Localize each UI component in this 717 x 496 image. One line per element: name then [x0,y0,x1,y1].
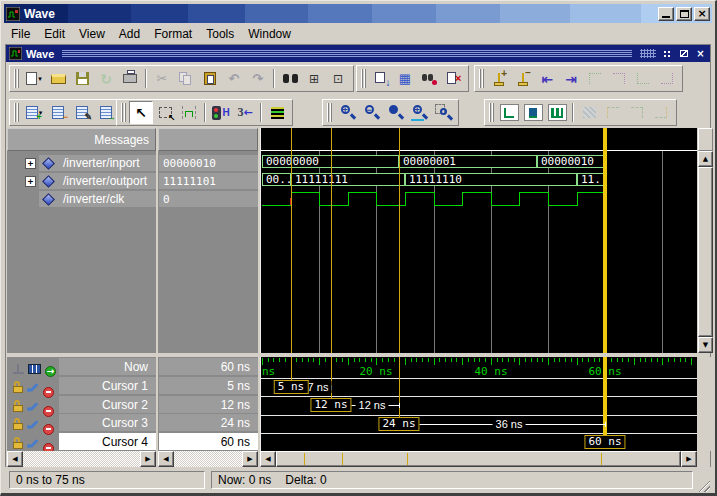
cursor-value-row[interactable]: 60 ns [158,432,258,451]
resize-grip[interactable] [697,479,710,492]
toolbar-gripper[interactable] [121,103,126,122]
cursor-row[interactable]: Cursor 4 [7,432,156,451]
prev-transition-button[interactable]: ⇤ [535,67,559,90]
delete-wave-button[interactable]: − [46,101,70,124]
pane-titlebar[interactable]: Wave × [6,45,710,62]
zoom-full-button[interactable] [383,101,407,124]
cursor-label[interactable]: Cursor 1 [102,379,148,393]
toolbar-gripper[interactable] [327,103,332,122]
pane-drag-lines[interactable] [62,50,632,57]
cursor-row[interactable]: Cursor 3 [7,413,156,432]
save-button[interactable] [70,67,94,90]
signal-value-row[interactable]: 11111101 [158,172,258,190]
signal-name[interactable]: /inverter/clk [63,192,124,206]
wave-hscrollbar[interactable]: ◀ ▶ [260,451,697,467]
toolbar-gripper[interactable] [361,69,366,88]
zoom-out-button[interactable]: − [359,101,383,124]
find-button[interactable] [278,67,302,90]
delete-item-button[interactable]: × [441,67,465,90]
print-button[interactable] [118,67,142,90]
signal-row[interactable]: /inverter/clk [7,190,156,208]
messages-column-header[interactable]: Messages [7,128,156,151]
expanded-time-delta-button[interactable] [521,101,545,124]
scroll-up-icon[interactable]: ▲ [698,151,713,167]
toolbar-gripper[interactable] [479,69,484,88]
timeline-cursor-line[interactable] [291,357,292,380]
scroll-left-icon[interactable]: ◀ [260,451,276,467]
minimize-button[interactable] [658,7,674,21]
zoom-in-button[interactable]: + [335,101,359,124]
pane-close-icon[interactable]: × [694,48,707,60]
stop-draw-button[interactable]: H [209,101,233,124]
window-titlebar[interactable]: Wave × [4,4,712,23]
pane-undock-icon[interactable] [677,48,690,60]
timeline-canvas[interactable]: 0 ns20 ns40 ns60 ns7 ns12 ns36 ns5 ns12 … [260,357,697,451]
memory-grid-button[interactable]: ▦ [393,67,417,90]
vertical-scroll-thumb[interactable] [698,167,713,337]
scroll-right-icon[interactable]: ▶ [242,451,258,467]
wave-vertical-scrollbar[interactable]: ▲ ▼ [698,151,713,353]
hierarchy-button[interactable]: ⊡ [326,67,350,90]
toolbar-gripper[interactable] [14,69,19,88]
zoom-range-button[interactable]: + [407,101,431,124]
expand-icon[interactable]: + [25,158,36,169]
edit-wave-button[interactable]: ✎ [70,101,94,124]
pane-drag-dots[interactable] [640,49,656,58]
pane-dock-icon[interactable] [660,48,673,60]
menu-format[interactable]: Format [147,25,199,43]
find-signal-button[interactable] [417,67,441,90]
cursor-time-box[interactable]: 5 ns [274,380,309,394]
menu-view[interactable]: View [72,25,112,43]
select-mode-button[interactable]: ↖ [129,101,153,124]
expand-tree-button[interactable]: ⊞ [302,67,326,90]
cursor-time-box[interactable]: 24 ns [378,417,419,431]
close-button[interactable]: × [694,7,710,21]
maximize-button[interactable] [676,7,692,21]
expanded-time-event-button[interactable] [545,101,569,124]
zoom-cursor-button[interactable] [431,101,455,124]
cursor-value-row[interactable]: 60 ns [158,357,258,376]
show-drivers-button[interactable]: 3← [233,101,257,124]
cursor-value-row[interactable]: 12 ns [158,395,258,414]
menu-file[interactable]: File [4,25,37,43]
menu-edit[interactable]: Edit [37,25,72,43]
cursor-value-row[interactable]: 5 ns [158,376,258,395]
insert-cursor-button[interactable]: + [487,67,511,90]
scroll-left-icon[interactable]: ◀ [158,451,174,467]
edit-mode-button[interactable] [177,101,201,124]
next-transition-button[interactable]: ⇥ [559,67,583,90]
timeline-cursor-line[interactable] [399,357,400,417]
cursor-row[interactable]: Cursor 2 [7,395,156,414]
add-wave-button[interactable]: +▾ [22,101,46,124]
scroll-left-icon[interactable]: ◀ [7,451,23,467]
waveform-canvas[interactable]: 00000000000000010000001000...11111111111… [260,128,697,353]
menu-tools[interactable]: Tools [199,25,241,43]
dropdown-arrow-icon[interactable]: ▾ [38,75,42,83]
open-file-button[interactable] [46,67,70,90]
signal-row[interactable]: +/inverter/inport [7,154,156,172]
scroll-right-icon[interactable]: ▶ [140,451,156,467]
expand-icon[interactable]: + [25,176,36,187]
signal-name[interactable]: /inverter/inport [63,156,140,170]
cursor-label[interactable]: Now [124,360,148,374]
expanded-time-off-button[interactable] [497,101,521,124]
scroll-down-icon[interactable]: ▼ [698,337,713,353]
wave-cursor-line[interactable] [331,128,332,353]
cursor-label[interactable]: Cursor 2 [102,398,148,412]
combine-signals-button[interactable] [265,101,289,124]
signal-row[interactable]: +/inverter/outport [7,172,156,190]
wave-cursor-line[interactable] [603,128,607,353]
menu-add[interactable]: Add [112,25,147,43]
cursor-row[interactable]: Cursor 1 [7,376,156,395]
zoom-mode-button[interactable]: ↖ [153,101,177,124]
menu-window[interactable]: Window [241,25,298,43]
toolbar-gripper[interactable] [489,103,494,122]
cursor-row[interactable]: →Now [7,357,156,376]
scroll-right-icon[interactable]: ▶ [681,451,697,467]
toolbar-gripper[interactable] [14,103,19,122]
signal-value-row[interactable]: 0 [158,190,258,208]
cursor-value-row[interactable]: 24 ns [158,413,258,432]
wave-scroll-thumb[interactable] [276,451,681,467]
values-hscrollbar[interactable]: ◀ ▶ [158,451,258,467]
values-column-header[interactable] [158,128,258,151]
